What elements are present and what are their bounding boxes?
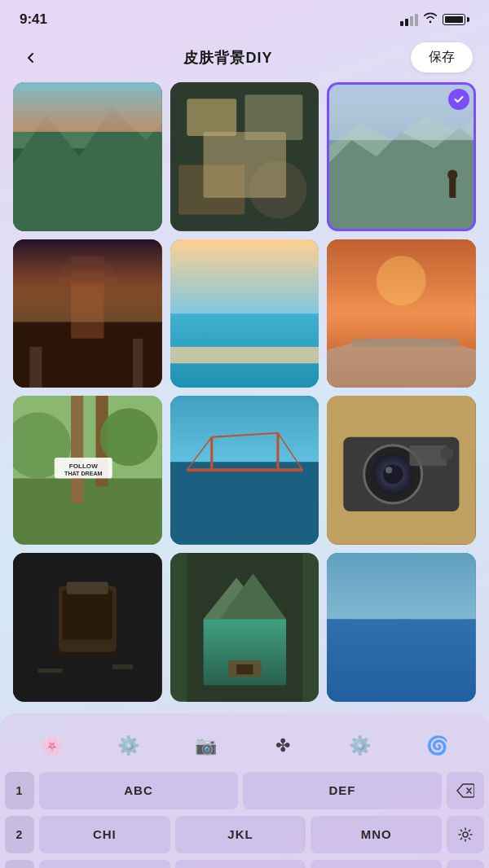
sticker-flower[interactable]: 🌸 <box>33 728 69 764</box>
image-item-6[interactable] <box>327 239 476 388</box>
keyboard-row-3: 3 PQRS TUV WXYZ <box>5 860 484 868</box>
svg-point-78 <box>463 832 468 837</box>
svg-rect-3 <box>13 82 162 132</box>
key-backspace[interactable] <box>447 772 484 809</box>
svg-point-38 <box>100 409 158 467</box>
svg-rect-14 <box>450 178 456 198</box>
signal-icon <box>400 14 418 26</box>
svg-point-58 <box>440 447 453 460</box>
svg-rect-25 <box>170 239 319 313</box>
wifi-icon <box>423 12 438 27</box>
sticker-gear[interactable]: ⚙️ <box>111 728 147 764</box>
image-item-10[interactable] <box>13 553 162 702</box>
image-item-8[interactable] <box>170 396 319 545</box>
status-time: 9:41 <box>20 11 47 28</box>
svg-text:FOLLOW: FOLLOW <box>69 463 98 471</box>
key-3[interactable]: 3 <box>5 860 34 868</box>
keyboard-row-2: 2 CHI JKL MNO <box>5 816 484 853</box>
save-button[interactable]: 保存 <box>411 42 473 72</box>
svg-rect-77 <box>327 553 476 619</box>
image-item-7[interactable]: FOLLOW THAT DREAM <box>13 396 162 545</box>
svg-rect-65 <box>112 664 133 669</box>
key-return[interactable] <box>447 860 484 868</box>
battery-icon <box>443 14 469 25</box>
header: 皮肤背景DIY 保存 <box>0 36 489 82</box>
selected-badge <box>448 89 469 110</box>
svg-rect-64 <box>37 669 62 673</box>
status-icons <box>400 12 469 27</box>
svg-rect-31 <box>352 338 460 346</box>
sticker-swirl[interactable]: 🌀 <box>420 728 456 764</box>
key-jkl[interactable]: JKL <box>175 816 306 853</box>
svg-rect-5 <box>187 99 236 136</box>
svg-rect-21 <box>13 239 162 322</box>
svg-rect-63 <box>55 652 121 659</box>
svg-rect-35 <box>71 396 83 503</box>
svg-rect-44 <box>170 396 319 462</box>
key-chi[interactable]: CHI <box>39 816 170 853</box>
image-item-1[interactable] <box>13 82 162 231</box>
svg-point-32 <box>377 256 426 305</box>
image-item-2[interactable] <box>170 82 319 231</box>
svg-rect-62 <box>67 582 108 594</box>
back-button[interactable] <box>16 43 46 72</box>
page-title: 皮肤背景DIY <box>183 48 272 68</box>
image-item-4[interactable] <box>13 239 162 388</box>
sticker-row: 🌸 ⚙️ 📷 ✤ ⚙️ 🌀 <box>5 723 484 772</box>
svg-rect-74 <box>327 619 476 701</box>
keyboard-row-1: 1 ABC DEF <box>5 772 484 809</box>
svg-rect-61 <box>63 590 112 640</box>
svg-rect-34 <box>13 479 162 545</box>
key-pqrs[interactable]: PQRS <box>39 860 170 868</box>
key-def[interactable]: DEF <box>243 772 442 809</box>
svg-rect-72 <box>236 664 253 674</box>
key-1[interactable]: 1 <box>5 772 34 809</box>
key-2[interactable]: 2 <box>5 816 34 853</box>
svg-point-56 <box>385 467 392 474</box>
key-settings[interactable] <box>447 816 484 853</box>
status-bar: 9:41 <box>0 0 489 36</box>
image-item-11[interactable] <box>170 553 319 702</box>
svg-rect-43 <box>170 462 319 545</box>
key-mno[interactable]: MNO <box>311 816 442 853</box>
image-item-12[interactable] <box>327 553 476 702</box>
key-abc[interactable]: ABC <box>39 772 238 809</box>
image-item-3[interactable] <box>327 82 476 231</box>
svg-rect-9 <box>203 132 285 198</box>
svg-rect-22 <box>29 347 42 388</box>
sticker-settings[interactable]: ⚙️ <box>342 728 378 764</box>
svg-point-55 <box>383 465 403 484</box>
image-item-5[interactable] <box>170 239 319 388</box>
svg-rect-27 <box>170 347 319 363</box>
sticker-camera[interactable]: 📷 <box>188 728 224 764</box>
keyboard-area: 🌸 ⚙️ 📷 ✤ ⚙️ 🌀 1 ABC DEF 2 CHI JKL MNO <box>0 713 489 868</box>
sticker-plus[interactable]: ✤ <box>265 728 301 764</box>
key-tuv[interactable]: TUV <box>175 860 306 868</box>
image-item-9[interactable] <box>327 396 476 545</box>
svg-point-15 <box>447 170 457 180</box>
svg-text:THAT DREAM: THAT DREAM <box>64 471 102 478</box>
key-wxyz[interactable]: WXYZ <box>311 860 442 868</box>
image-grid: FOLLOW THAT DREAM <box>0 82 489 710</box>
svg-rect-23 <box>133 338 143 388</box>
